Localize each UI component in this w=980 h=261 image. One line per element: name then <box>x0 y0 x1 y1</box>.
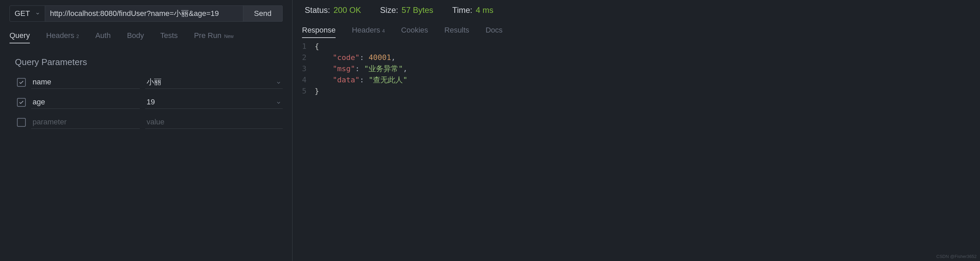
param-row <box>10 76 283 89</box>
watermark: CSDN @Fisher3652 <box>936 254 977 259</box>
param-checkbox[interactable] <box>17 98 26 107</box>
param-checkbox[interactable] <box>17 78 26 87</box>
tab-headers[interactable]: Headers4 <box>352 23 385 38</box>
tab-label: Pre Run <box>194 31 221 40</box>
tab-results[interactable]: Results <box>444 23 469 38</box>
param-value-input[interactable] <box>146 118 281 127</box>
tab-body[interactable]: Body <box>127 28 144 43</box>
time-label: Time: <box>452 5 473 15</box>
tab-label: Auth <box>95 31 111 40</box>
request-pane: GET Send QueryHeaders2AuthBodyTestsPre R… <box>0 0 293 261</box>
response-tabs: ResponseHeaders4CookiesResultsDocs <box>302 23 970 38</box>
line-number: 2 <box>302 52 306 63</box>
code-line: "code": 40001, <box>315 52 970 63</box>
param-value-input[interactable] <box>146 78 276 87</box>
tab-label: Headers <box>46 31 74 40</box>
send-button[interactable]: Send <box>243 5 283 22</box>
size-label: Size: <box>380 5 398 15</box>
tab-cookies[interactable]: Cookies <box>401 23 428 38</box>
code-line: "msg": "业务异常", <box>315 63 970 74</box>
tab-pre-run[interactable]: Pre RunNew <box>194 28 234 43</box>
tab-label: Body <box>127 31 144 40</box>
time-value: 4 ms <box>476 5 493 15</box>
tab-auth[interactable]: Auth <box>95 28 111 43</box>
line-number: 3 <box>302 63 306 74</box>
query-params-title: Query Parameters <box>15 57 283 68</box>
tab-label: Cookies <box>401 26 428 35</box>
param-checkbox[interactable] <box>17 118 26 127</box>
status-label: Status: <box>305 5 330 15</box>
chevron-down-icon[interactable] <box>276 99 281 105</box>
param-value-wrap <box>145 96 283 109</box>
line-number: 1 <box>302 41 306 52</box>
line-number: 5 <box>302 85 306 96</box>
param-value-wrap <box>145 115 283 129</box>
query-params-list <box>10 76 283 136</box>
tab-response[interactable]: Response <box>302 23 336 38</box>
method-select[interactable]: GET <box>10 5 45 22</box>
tab-label: Response <box>302 26 336 35</box>
response-pane: Status: 200 OK Size: 57 Bytes Time: 4 ms… <box>293 0 980 261</box>
code-line: { <box>315 41 970 52</box>
request-tabs: QueryHeaders2AuthBodyTestsPre RunNew <box>10 28 283 43</box>
param-name-input[interactable] <box>31 115 140 129</box>
request-bar: GET Send <box>10 5 283 22</box>
code-content[interactable]: { "code": 40001, "msg": "业务异常", "data": … <box>315 41 970 96</box>
tab-badge: 4 <box>382 28 385 33</box>
method-label: GET <box>14 9 30 18</box>
code-line: } <box>315 85 970 96</box>
param-name-input[interactable] <box>31 96 140 109</box>
status-code: Status: 200 OK <box>305 5 361 15</box>
line-numbers: 12345 <box>302 41 315 96</box>
tab-label: Docs <box>485 26 503 35</box>
status-bar: Status: 200 OK Size: 57 Bytes Time: 4 ms <box>302 5 970 15</box>
size-value: 57 Bytes <box>401 5 433 15</box>
tab-badge: 2 <box>76 33 79 39</box>
param-name-input[interactable] <box>31 76 140 89</box>
chevron-down-icon[interactable] <box>276 79 281 85</box>
param-row <box>10 115 283 129</box>
response-body: 12345 { "code": 40001, "msg": "业务异常", "d… <box>302 41 970 96</box>
chevron-down-icon <box>35 11 40 16</box>
tab-docs[interactable]: Docs <box>485 23 503 38</box>
tab-headers[interactable]: Headers2 <box>46 28 79 43</box>
line-number: 4 <box>302 74 306 85</box>
new-badge: New <box>224 33 234 39</box>
tab-tests[interactable]: Tests <box>160 28 177 43</box>
param-value-input[interactable] <box>146 98 276 106</box>
status-value: 200 OK <box>334 5 361 15</box>
tab-label: Results <box>444 26 469 35</box>
url-input[interactable] <box>45 5 243 22</box>
code-line: "data": "查无此人" <box>315 74 970 85</box>
response-time: Time: 4 ms <box>452 5 493 15</box>
tab-label: Tests <box>160 31 177 40</box>
tab-label: Query <box>10 31 30 40</box>
param-row <box>10 96 283 109</box>
param-value-wrap <box>145 76 283 89</box>
response-size: Size: 57 Bytes <box>380 5 433 15</box>
tab-label: Headers <box>352 26 380 35</box>
tab-query[interactable]: Query <box>10 28 30 43</box>
